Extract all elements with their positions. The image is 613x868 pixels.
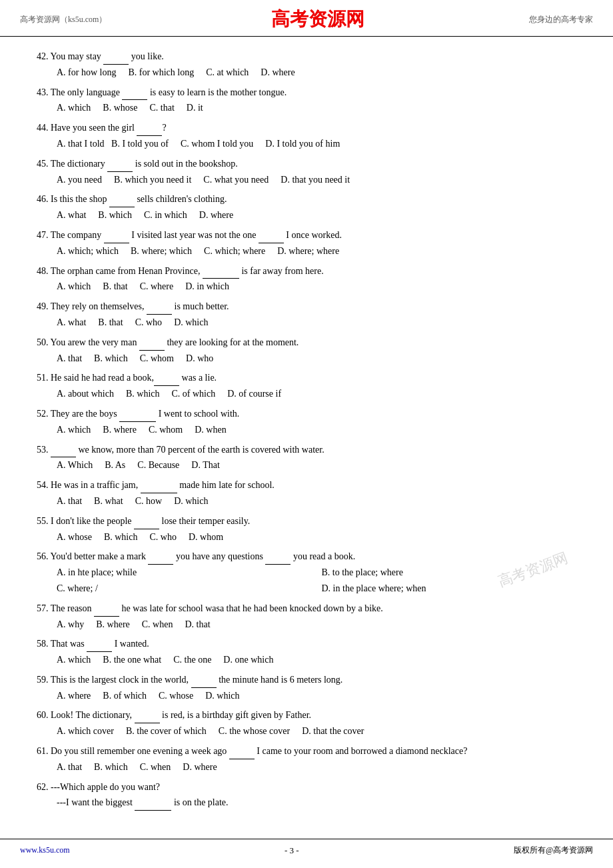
- q50-options: A. that B. which C. whom D. who: [37, 351, 586, 367]
- q48-c: C. where: [140, 279, 174, 295]
- q42-options: A. for how long B. for which long C. at …: [37, 65, 586, 81]
- q47-d: D. where; where: [277, 243, 339, 259]
- q56-d: D. in the place where; when: [322, 581, 587, 597]
- q60-c: C. the whose cover: [219, 723, 290, 739]
- q61-a: A. that: [57, 759, 82, 775]
- footer-url: www.ks5u.com: [20, 845, 70, 855]
- q52-options: A. which B. where C. whom D. when: [37, 422, 586, 438]
- footer-copyright: 版权所有@高考资源网: [514, 845, 593, 856]
- q59-c: C. whose: [159, 688, 193, 704]
- q52-a: A. which: [57, 422, 91, 438]
- q49-b: B. that: [98, 315, 123, 331]
- q61-c: C. when: [140, 759, 171, 775]
- question-59: 59. This is the largest clock in the wor…: [37, 672, 586, 704]
- q51-options: A. about which B. which C. of which D. o…: [37, 386, 586, 402]
- q42-c: C. at which: [206, 65, 249, 81]
- q53-options: A. Which B. As C. Because D. That: [37, 457, 586, 473]
- q54-options: A. that B. what C. how D. which: [37, 493, 586, 509]
- question-58: 58. That was I wanted. A. which B. the o…: [37, 636, 586, 668]
- q59-d: D. which: [205, 688, 239, 704]
- q45-a: A. you need: [57, 172, 102, 188]
- q61-options: A. that B. which C. when D. where: [37, 759, 586, 775]
- header-center: 高考资源网: [271, 7, 364, 32]
- q48-b: B. that: [103, 279, 127, 295]
- question-54: 54. He was in a traffic jam, made him la…: [37, 477, 586, 509]
- q55-d: D. whom: [189, 529, 223, 545]
- header-left: 高考资源网（ks5u.com）: [20, 14, 107, 25]
- q58-b: B. the one what: [103, 652, 161, 668]
- q56-a: A. in hte place; while: [57, 565, 322, 581]
- q56-options: A. in hte place; while B. to the place; …: [37, 565, 586, 597]
- question-61: 61. Do you still remember one evening a …: [37, 743, 586, 775]
- q49-options: A. what B. that C. who D. which: [37, 315, 586, 331]
- q61-text: 61. Do you still remember one evening a …: [37, 743, 586, 759]
- q60-options: A. which cover B. the cover of which C. …: [37, 723, 586, 739]
- header-right: 您身边的高考专家: [529, 14, 593, 25]
- q50-a: A. that: [57, 351, 82, 367]
- q50-b: B. which: [94, 351, 128, 367]
- q49-text: 49. They rely on themselves, is much bet…: [37, 299, 586, 315]
- q61-b: B. which: [94, 759, 128, 775]
- q62-text2: ---I want the biggest is on the plate.: [37, 795, 586, 811]
- q54-a: A. that: [57, 493, 82, 509]
- q60-d: D. that the cover: [302, 723, 364, 739]
- q47-b: B. where; which: [131, 243, 192, 259]
- question-44: 44. Have you seen the girl ? A. that I t…: [37, 120, 586, 152]
- question-47: 47. The company I visited last year was …: [37, 227, 586, 259]
- q55-a: A. whose: [57, 529, 92, 545]
- question-46: 46. Is this the shop sells children's cl…: [37, 191, 586, 223]
- question-48: 48. The orphan came from Henan Province,…: [37, 263, 586, 295]
- q49-d: D. which: [174, 315, 208, 331]
- q62-text: 62. ---Which apple do you want?: [37, 779, 586, 795]
- q46-options: A. what B. which C. in which D. where: [37, 207, 586, 223]
- question-43: 43. The only language is easy to learn i…: [37, 85, 586, 117]
- q45-text: 45. The dictionary is sold out in the bo…: [37, 156, 586, 172]
- q48-options: A. which B. that C. where D. in which: [37, 279, 586, 295]
- q47-a: A. which; which: [57, 243, 119, 259]
- footer-page: - 3 -: [285, 845, 299, 856]
- q45-c: C. what you need: [203, 172, 269, 188]
- question-53: 53. we know, more than 70 percent of the…: [37, 442, 586, 474]
- q45-d: D. that you need it: [281, 172, 350, 188]
- q45-b: B. which you need it: [114, 172, 191, 188]
- main-content: 42. You may stay you like. A. for how lo…: [0, 37, 613, 828]
- q52-c: C. whom: [149, 422, 183, 438]
- q54-text: 54. He was in a traffic jam, made him la…: [37, 477, 586, 493]
- q50-c: C. whom: [140, 351, 174, 367]
- q51-text: 51. He said he had read a book, was a li…: [37, 370, 586, 386]
- page-header: 高考资源网（ks5u.com） 高考资源网 您身边的高考专家: [0, 0, 613, 37]
- q57-text: 57. The reason he was late for school wa…: [37, 601, 586, 617]
- q51-d: D. of course if: [227, 386, 281, 402]
- q59-b: B. of which: [103, 688, 147, 704]
- q44-a: A. that I told B. I told you of: [57, 136, 169, 152]
- q44-d: D. I told you of him: [265, 136, 340, 152]
- q43-c: C. that: [149, 100, 174, 116]
- q60-b: B. the cover of which: [126, 723, 207, 739]
- q43-text: 43. The only language is easy to learn i…: [37, 85, 586, 101]
- q51-b: B. which: [126, 386, 160, 402]
- q43-a: A. which: [57, 100, 91, 116]
- q53-c: C. Because: [137, 457, 179, 473]
- q53-b: B. As: [105, 457, 125, 473]
- q42-b: B. for which long: [128, 65, 194, 81]
- q58-text: 58. That was I wanted.: [37, 636, 586, 652]
- q55-c: C. who: [149, 529, 176, 545]
- q55-text: 55. I don't like the people lose their t…: [37, 513, 586, 529]
- q56-b: B. to the place; where: [322, 565, 587, 581]
- q44-c: C. whom I told you: [181, 136, 253, 152]
- q53-a: A. Which: [57, 457, 93, 473]
- q59-a: A. where: [57, 688, 91, 704]
- question-42: 42. You may stay you like. A. for how lo…: [37, 49, 586, 81]
- q48-a: A. which: [57, 279, 91, 295]
- q50-d: D. who: [186, 351, 213, 367]
- q54-d: D. which: [174, 493, 208, 509]
- q57-a: A. why: [57, 617, 84, 633]
- q47-c: C. which; where: [204, 243, 265, 259]
- q44-text: 44. Have you seen the girl ?: [37, 120, 586, 136]
- q49-c: C. who: [135, 315, 162, 331]
- q52-d: D. when: [195, 422, 226, 438]
- q54-c: C. how: [135, 493, 162, 509]
- q58-c: C. the one: [173, 652, 211, 668]
- q57-c: C. when: [142, 617, 173, 633]
- q59-text: 59. This is the largest clock in the wor…: [37, 672, 586, 688]
